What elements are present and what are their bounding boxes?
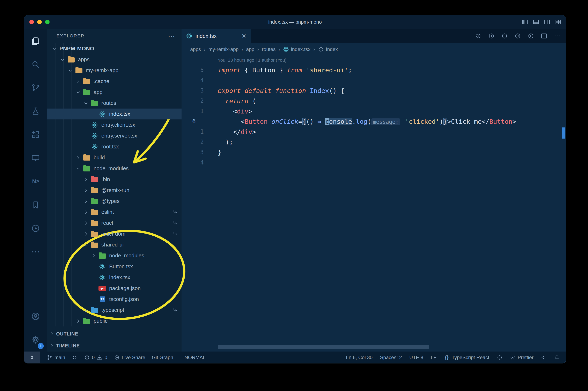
tree-item-node-modules[interactable]: node_modules <box>47 250 182 261</box>
status-indentation[interactable]: Spaces: 2 <box>380 355 402 360</box>
tree-item-remix-run[interactable]: @remix-run <box>47 185 182 196</box>
section-outline[interactable]: OUTLINE <box>47 328 182 340</box>
tree-item-eslint[interactable]: eslint <box>47 207 182 217</box>
layout-grid-icon[interactable] <box>555 19 562 25</box>
chevron-right-icon[interactable] <box>76 318 83 324</box>
tree-item-build[interactable]: build <box>47 152 182 163</box>
chevron-right-icon[interactable] <box>76 155 83 160</box>
status-prettier[interactable]: Prettier <box>510 355 534 360</box>
status-eol[interactable]: LF <box>431 355 436 360</box>
status-announce[interactable] <box>541 355 547 360</box>
layout-sidebar-icon[interactable] <box>522 19 528 25</box>
status-git-graph[interactable]: Git Graph <box>152 355 173 360</box>
section-timeline[interactable]: TIMELINE <box>47 340 182 352</box>
chevron-down-icon[interactable] <box>76 90 83 95</box>
circle-dot-icon[interactable] <box>488 32 495 39</box>
activity-source-control[interactable] <box>24 76 47 99</box>
tree-item-react-dom[interactable]: react-dom <box>47 228 182 239</box>
circle-play-icon[interactable] <box>527 32 534 39</box>
chevron-down-icon[interactable] <box>52 46 59 51</box>
activity-remote-explorer[interactable] <box>24 146 47 170</box>
tree-item-root-tsx[interactable]: root.tsx <box>47 141 182 152</box>
status-sync-changes[interactable] <box>72 355 78 360</box>
chevron-down-icon[interactable] <box>68 68 75 73</box>
codelens-blame[interactable]: You, 23 hours ago | 1 author (You) <box>182 56 566 65</box>
tree-item-entry-server-tsx[interactable]: entry.server.tsx <box>47 130 182 141</box>
horizontal-scrollbar[interactable] <box>218 345 429 349</box>
status-vim-mode[interactable]: -- NORMAL -- <box>180 355 210 360</box>
status-problems[interactable]: 00 <box>84 355 107 360</box>
tree-item-package-json[interactable]: npmpackage.json <box>47 283 182 294</box>
tab-index-tsx[interactable]: index.tsx × <box>182 29 251 43</box>
breadcrumb-app[interactable]: app <box>246 46 254 52</box>
status-encoding[interactable]: UTF-8 <box>409 355 423 360</box>
chevron-right-icon[interactable] <box>83 231 91 237</box>
chevron-right-icon[interactable] <box>83 198 91 204</box>
activity-accounts[interactable] <box>24 305 47 328</box>
activity-bookmarks[interactable] <box>24 193 47 217</box>
activity-nx-console[interactable]: N≥ <box>24 170 47 193</box>
tree-item-node-modules[interactable]: node_modules <box>47 163 182 174</box>
activity-testing[interactable] <box>24 99 47 123</box>
tree-item-app[interactable]: app <box>47 87 182 98</box>
tree-item-shared-ui[interactable]: shared-ui <box>47 239 182 250</box>
layout-sidebar-right-icon[interactable] <box>544 19 550 25</box>
activity-settings[interactable]: 1 <box>24 328 47 352</box>
chevron-right-icon[interactable] <box>83 188 91 193</box>
status-feedback[interactable] <box>497 355 502 360</box>
tree-item-tsconfig-json[interactable]: TStsconfig.json <box>47 294 182 305</box>
breadcrumb-apps[interactable]: apps <box>190 46 201 52</box>
chevron-down-icon[interactable] <box>60 57 67 62</box>
breadcrumb-index-tsx[interactable]: index.tsx <box>283 46 310 52</box>
chevron-right-icon[interactable] <box>83 209 91 215</box>
tree-item-public[interactable]: public <box>47 315 182 326</box>
chevron-right-icon[interactable] <box>91 253 98 258</box>
tree-item-button-tsx[interactable]: Button.tsx <box>47 261 182 272</box>
activity-code-runner[interactable] <box>24 217 47 240</box>
circle-arrow-icon[interactable] <box>514 32 521 39</box>
tree-item-react[interactable]: react <box>47 217 182 228</box>
tree-item-apps[interactable]: apps <box>47 54 182 65</box>
code-editor[interactable]: You, 23 hours ago | 1 author (You) 5impo… <box>182 56 566 352</box>
activity-search[interactable] <box>24 53 47 76</box>
tab-close-button[interactable]: × <box>242 32 246 40</box>
tree-item-routes[interactable]: routes <box>47 98 182 108</box>
tree-item-index-tsx[interactable]: index.tsx <box>47 108 182 119</box>
history-icon[interactable] <box>475 32 482 39</box>
remote-indicator[interactable] <box>24 352 40 363</box>
chevron-down-icon[interactable] <box>76 166 83 171</box>
split-icon[interactable] <box>541 32 548 39</box>
layout-panel-icon[interactable] <box>533 19 539 25</box>
activity-explorer[interactable] <box>24 29 47 53</box>
chevron-right-icon[interactable] <box>83 307 91 313</box>
status-cursor-position[interactable]: Ln 6, Col 30 <box>346 355 373 360</box>
breadcrumb-my-remix-app[interactable]: my-remix-app <box>208 46 239 52</box>
chevron-right-icon[interactable] <box>83 220 91 226</box>
tree-item-my-remix-app[interactable]: my-remix-app <box>47 65 182 76</box>
tree-item-typescript[interactable]: typescript <box>47 305 182 315</box>
tree-item-types[interactable]: @types <box>47 196 182 207</box>
tree-item-index-tsx[interactable]: index.tsx <box>47 272 182 283</box>
chevron-right-icon[interactable] <box>83 177 91 182</box>
tree-item-pnpm-mono[interactable]: PNPM-MONO <box>47 43 182 54</box>
more-icon[interactable] <box>554 32 561 39</box>
minimize-window-button[interactable] <box>37 20 42 24</box>
tree-item-cache[interactable]: .cache <box>47 76 182 87</box>
status-language-mode[interactable]: {}TypeScript React <box>444 355 489 360</box>
status-notifications[interactable] <box>554 355 560 360</box>
activity-extensions[interactable] <box>24 123 47 146</box>
tree-item-bin[interactable]: .bin <box>47 174 182 185</box>
circle-outline-icon[interactable] <box>501 32 508 39</box>
status-git-branch[interactable]: main <box>47 355 65 360</box>
tree-item-entry-client-tsx[interactable]: entry.client.tsx <box>47 119 182 130</box>
breadcrumb-routes[interactable]: routes <box>262 46 276 52</box>
close-window-button[interactable] <box>29 20 34 24</box>
chevron-down-icon[interactable] <box>83 100 91 106</box>
status-live-share[interactable]: Live Share <box>114 355 145 360</box>
chevron-right-icon[interactable] <box>76 79 83 84</box>
chevron-down-icon[interactable] <box>83 242 91 248</box>
sidebar-more-actions[interactable]: ⋯ <box>168 32 175 40</box>
activity-more-tools[interactable] <box>24 240 47 264</box>
zoom-window-button[interactable] <box>45 20 50 24</box>
breadcrumb-index[interactable]: Index <box>318 46 338 52</box>
